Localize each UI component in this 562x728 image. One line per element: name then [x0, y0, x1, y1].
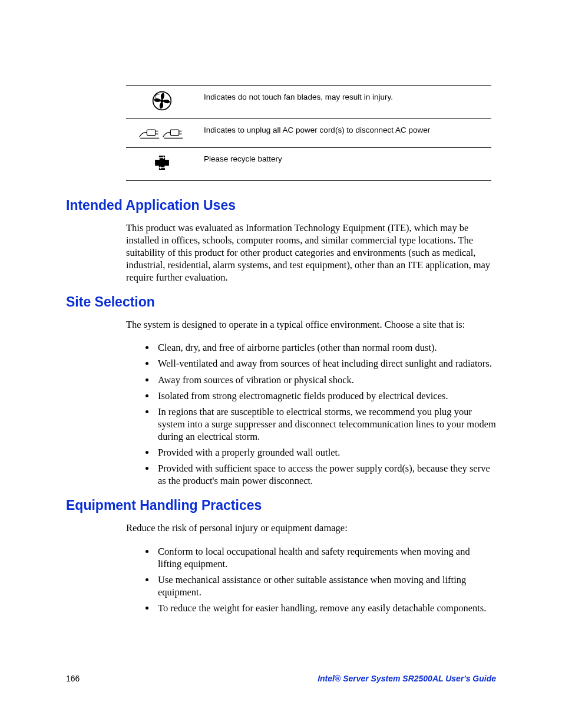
- list-item: Isolated from strong electromagnetic fie…: [156, 390, 496, 402]
- body-paragraph: The system is designed to operate in a t…: [126, 318, 496, 331]
- list-item: Clean, dry, and free of airborne particl…: [156, 341, 496, 354]
- table-cell-icon: [126, 118, 198, 148]
- page-number: 166: [66, 674, 80, 683]
- list-item: Well-ventilated and away from sources of…: [156, 357, 496, 370]
- list-item: In regions that are susceptible to elect…: [156, 406, 496, 443]
- list-item: Conform to local occupational health and…: [156, 545, 496, 570]
- footer-title: Intel® Server System SR2500AL User's Gui…: [318, 674, 496, 683]
- list-item: To reduce the weight for easier handling…: [156, 602, 496, 614]
- fan-blade-icon: [152, 91, 172, 111]
- list-item: Provided with a properly grounded wall o…: [156, 446, 496, 459]
- unplug-power-icon: [138, 124, 186, 140]
- page-footer: 166 Intel® Server System SR2500AL User's…: [66, 674, 496, 683]
- table-cell-text: Indicates do not touch fan blades, may r…: [198, 86, 491, 119]
- site-selection-list: Clean, dry, and free of airborne particl…: [141, 341, 496, 487]
- list-item: Provided with sufficient space to access…: [156, 462, 496, 487]
- body-paragraph: Reduce the risk of personal injury or eq…: [126, 522, 496, 534]
- safety-symbol-table: Indicates do not touch fan blades, may r…: [126, 85, 491, 181]
- heading-intended-application-uses: Intended Application Uses: [66, 197, 496, 213]
- table-cell-icon: [126, 148, 198, 181]
- table-cell-text: Please recycle battery: [198, 148, 491, 181]
- table-cell-text: Indicates to unplug all AC power cord(s)…: [198, 118, 491, 148]
- table-row: Please recycle battery: [126, 148, 491, 181]
- list-item: Use mechanical assistance or other suita…: [156, 574, 496, 598]
- body-paragraph: This product was evaluated as Informatio…: [126, 222, 496, 284]
- table-row: Indicates to unplug all AC power cord(s)…: [126, 118, 491, 148]
- table-cell-icon: [126, 86, 198, 119]
- list-item: Away from sources of vibration or physic…: [156, 374, 496, 386]
- page: Indicates do not touch fan blades, may r…: [0, 0, 562, 728]
- heading-equipment-handling-practices: Equipment Handling Practices: [66, 498, 496, 513]
- table-row: Indicates do not touch fan blades, may r…: [126, 86, 491, 119]
- heading-site-selection: Site Selection: [66, 294, 496, 310]
- svg-rect-2: [147, 130, 155, 136]
- equipment-handling-list: Conform to local occupational health and…: [141, 545, 496, 615]
- svg-rect-6: [170, 130, 178, 136]
- recycle-battery-icon: [152, 153, 172, 173]
